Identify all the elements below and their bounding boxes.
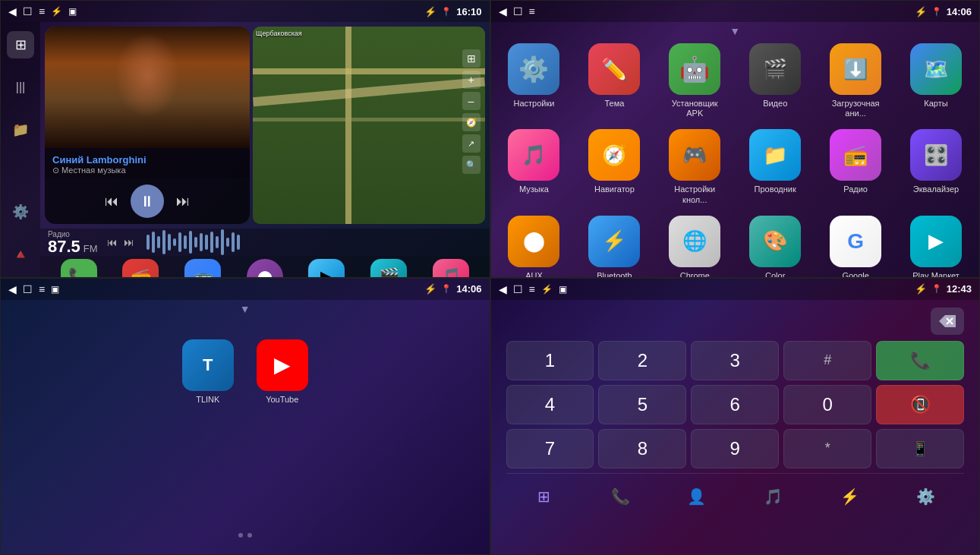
dial-7[interactable]: 7 — [506, 429, 594, 468]
app-aux[interactable]: ⬤ AUX — [497, 216, 572, 278]
app-eq[interactable]: 🎛️ Эквалайзер — [899, 129, 973, 204]
app-wheel[interactable]: 🎮 Настройки кнол... — [657, 129, 732, 204]
app-icon-tlink[interactable]: T — [182, 339, 234, 391]
menu-icon-tr[interactable]: ≡ — [529, 5, 535, 17]
dial-0[interactable]: 0 — [783, 385, 871, 424]
back-icon-br[interactable]: ◀ — [499, 283, 507, 295]
chevron-down-bl[interactable]: ▼ — [1, 300, 490, 326]
sidebar-folder[interactable]: 📁 — [7, 116, 34, 143]
app-icon-theme[interactable]: ✏️ — [588, 43, 640, 95]
app-icon-apk[interactable]: 🤖 — [669, 43, 720, 95]
app-icon-video[interactable]: 🎬 — [749, 43, 801, 95]
map-card[interactable]: Щербаковская ⊞ + – 🧭 ↗ 🔍 — [253, 27, 485, 224]
dial-5[interactable]: 5 — [598, 385, 686, 424]
app-icon-navigator[interactable]: 🧭 — [588, 129, 640, 181]
dock-transit[interactable]: 🚌 — [184, 259, 221, 278]
dock-radio[interactable]: 📻 — [122, 259, 159, 278]
app-tlink[interactable]: T TLINK — [182, 339, 234, 405]
menu-icon[interactable]: ≡ — [39, 5, 45, 17]
app-theme[interactable]: ✏️ Тема — [577, 43, 651, 118]
map-location-button[interactable]: ↗ — [462, 134, 481, 153]
app-download[interactable]: ⬇️ Загрузочная ани... — [818, 43, 893, 118]
dial-6[interactable]: 6 — [691, 385, 779, 424]
app-playstore[interactable]: ▶ Play Маркет — [899, 216, 973, 278]
app-navigator[interactable]: 🧭 Навигатор — [577, 129, 651, 204]
bluetooth-tab[interactable]: ⚡ — [830, 480, 869, 513]
sidebar-adjust[interactable]: ||| — [7, 74, 34, 101]
app-apk[interactable]: 🤖 Установщик APK — [657, 43, 732, 118]
sidebar-nav[interactable]: 🔺 — [7, 241, 34, 268]
map-zoom-in-button[interactable]: + — [462, 71, 481, 89]
dial-3[interactable]: 3 — [691, 341, 779, 380]
dock-video[interactable]: 🎬 — [370, 259, 407, 278]
square-icon-br[interactable]: ☐ — [513, 283, 523, 295]
app-icon-playstore[interactable]: ▶ — [910, 216, 962, 267]
square-icon[interactable]: ☐ — [23, 5, 33, 17]
next-button[interactable]: ⏭ — [176, 194, 190, 210]
chevron-down[interactable]: ▼ — [491, 22, 980, 43]
backspace-button[interactable] — [931, 307, 964, 335]
app-settings[interactable]: ⚙️ Настройки — [497, 43, 572, 118]
app-google[interactable]: G Google — [818, 216, 893, 278]
dial-8[interactable]: 8 — [598, 429, 686, 468]
settings-tab[interactable]: ⚙️ — [906, 480, 946, 513]
dock-phone[interactable]: 📞 — [61, 259, 97, 278]
square-icon-tr[interactable]: ☐ — [513, 5, 523, 17]
map-compass-button[interactable]: 🧭 — [462, 113, 481, 131]
sidebar-settings[interactable]: ⚙️ — [7, 198, 34, 225]
call-button[interactable]: 📞 — [876, 341, 964, 380]
app-icon-eq[interactable]: 🎛️ — [910, 129, 962, 181]
app-radio[interactable]: 📻 Радио — [818, 129, 893, 204]
music-tab[interactable]: 🎵 — [754, 480, 793, 513]
back-icon-bl[interactable]: ◀ — [8, 283, 17, 295]
menu-icon-bl[interactable]: ≡ — [39, 283, 45, 295]
app-video[interactable]: 🎬 Видео — [738, 43, 812, 118]
app-youtube[interactable]: ▶ YouTube — [257, 339, 308, 405]
contacts-tab[interactable]: 👤 — [677, 480, 717, 513]
dial-1[interactable]: 1 — [506, 341, 594, 380]
app-icon-color[interactable]: 🎨 — [749, 216, 801, 267]
dial-star[interactable]: * — [783, 429, 871, 468]
dialpad-tab[interactable]: ⊞ — [525, 480, 564, 513]
app-icon-radio[interactable]: 📻 — [830, 129, 881, 181]
dial-contacts[interactable]: 📱 — [876, 429, 964, 468]
map-zoom-out-button[interactable]: – — [462, 92, 481, 110]
radio-next-button[interactable]: ⏭ — [124, 236, 134, 248]
app-maps[interactable]: 🗺️ Карты — [899, 43, 973, 118]
app-icon-settings[interactable]: ⚙️ — [508, 43, 559, 95]
app-icon-aux[interactable]: ⬤ — [508, 216, 559, 267]
app-icon-google[interactable]: G — [830, 216, 881, 267]
dial-2[interactable]: 2 — [598, 341, 686, 380]
dock-music[interactable]: 🎵 — [433, 259, 469, 278]
prev-button[interactable]: ⏮ — [105, 194, 118, 210]
dock-playstore[interactable]: ▶ — [308, 259, 345, 278]
app-color[interactable]: 🎨 Color — [738, 216, 812, 278]
end-call-button[interactable]: 📵 — [876, 385, 964, 424]
square-icon-bl[interactable]: ☐ — [23, 283, 33, 295]
map-layers-button[interactable]: ⊞ — [462, 49, 481, 68]
app-icon-download[interactable]: ⬇️ — [830, 43, 881, 95]
sidebar-sliders[interactable]: ⊞ — [7, 31, 34, 58]
app-icon-music[interactable]: 🎵 — [508, 129, 559, 181]
dock-circle[interactable]: ⬤ — [247, 259, 283, 278]
app-icon-youtube[interactable]: ▶ — [257, 339, 308, 391]
dial-hash[interactable]: # — [783, 341, 871, 380]
app-icon-maps[interactable]: 🗺️ — [910, 43, 962, 95]
dial-9[interactable]: 9 — [691, 429, 779, 468]
calls-tab[interactable]: 📞 — [600, 480, 640, 513]
app-music[interactable]: 🎵 Музыка — [497, 129, 572, 204]
radio-prev-button[interactable]: ⏮ — [107, 236, 118, 248]
map-search-button[interactable]: 🔍 — [462, 156, 481, 174]
menu-icon-br[interactable]: ≡ — [529, 283, 535, 295]
app-icon-wheel[interactable]: 🎮 — [669, 129, 720, 181]
back-icon[interactable]: ◀ — [8, 5, 17, 17]
back-icon-tr[interactable]: ◀ — [499, 5, 507, 17]
app-icon-bluetooth[interactable]: ⚡ — [588, 216, 640, 267]
app-icon-files[interactable]: 📁 — [749, 129, 801, 181]
app-files[interactable]: 📁 Проводник — [738, 129, 812, 204]
dial-4[interactable]: 4 — [506, 385, 594, 424]
app-chrome[interactable]: 🌐 Chrome — [657, 216, 732, 278]
app-bluetooth[interactable]: ⚡ Bluetooth — [577, 216, 651, 278]
app-icon-chrome[interactable]: 🌐 — [669, 216, 720, 267]
play-pause-button[interactable]: ⏸ — [131, 184, 164, 218]
